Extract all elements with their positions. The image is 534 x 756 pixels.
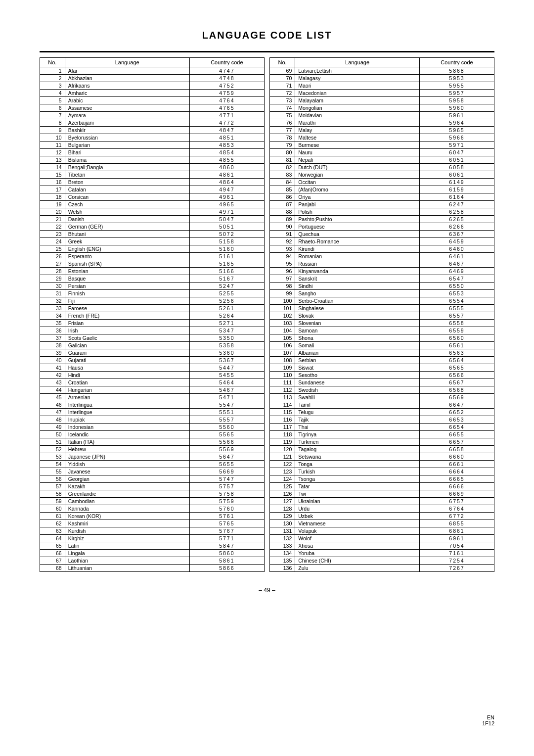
row-language: Quechua	[295, 231, 420, 238]
table-row: 98 Sindhi 6550	[270, 283, 494, 290]
row-language: Amharic	[65, 90, 189, 97]
row-code: 4965	[189, 201, 264, 208]
table-row: 81 Nepali 6051	[270, 156, 494, 164]
table-row: 21 Danish 5047	[40, 216, 265, 223]
row-code: 5256	[189, 297, 264, 305]
footer-code: EN1F12	[482, 714, 494, 726]
row-no: 64	[40, 535, 65, 542]
row-code: 5158	[189, 238, 264, 245]
table-row: 108 Serbian 6564	[270, 357, 494, 364]
row-code: 6569	[419, 394, 494, 401]
row-language: Maori	[295, 82, 420, 90]
row-language: Moldavian	[295, 112, 420, 119]
row-language: Corsican	[65, 193, 189, 201]
row-language: Maltese	[295, 134, 420, 142]
row-language: Greek	[65, 238, 189, 245]
row-language: Yoruba	[295, 550, 420, 557]
row-language: Occitan	[295, 179, 420, 186]
page-number: – 49 –	[40, 587, 494, 594]
row-language: Swedish	[295, 386, 420, 394]
table-row: 47 Interlingue 5551	[40, 409, 265, 416]
row-no: 74	[270, 104, 295, 112]
table-row: 69 Latvian;Lettish 5868	[270, 67, 494, 75]
row-no: 47	[40, 409, 65, 416]
table-row: 84 Occitan 6149	[270, 179, 494, 186]
table-row: 110 Sesotho 6566	[270, 372, 494, 379]
row-code: 5965	[419, 127, 494, 134]
row-no: 4	[40, 90, 65, 97]
row-no: 83	[270, 171, 295, 179]
row-code: 6555	[419, 305, 494, 312]
row-no: 73	[270, 97, 295, 104]
row-code: 6961	[419, 535, 494, 542]
row-no: 1	[40, 67, 65, 75]
row-code: 6669	[419, 490, 494, 498]
table-row: 76 Marathi 5964	[270, 119, 494, 127]
row-no: 35	[40, 320, 65, 327]
row-language: Greenlandic	[65, 490, 189, 498]
row-no: 22	[40, 223, 65, 231]
row-language: Nepali	[295, 156, 420, 164]
table-row: 136 Zulu 7267	[270, 565, 494, 572]
row-no: 120	[270, 446, 295, 453]
row-no: 13	[40, 156, 65, 164]
row-no: 33	[40, 305, 65, 312]
row-language: Arabic	[65, 97, 189, 104]
row-no: 45	[40, 394, 65, 401]
row-no: 97	[270, 275, 295, 283]
row-language: Kirundi	[295, 245, 420, 253]
table-row: 51 Italian (ITA) 5566	[40, 438, 265, 446]
row-language: Serbo-Croatian	[295, 297, 420, 305]
row-code: 5771	[189, 535, 264, 542]
row-no: 106	[270, 342, 295, 349]
table-row: 104 Samoan 6559	[270, 327, 494, 334]
row-no: 58	[40, 490, 65, 498]
row-no: 34	[40, 312, 65, 320]
row-language: Byelorussian	[65, 134, 189, 142]
row-code: 5960	[419, 104, 494, 112]
table-row: 135 Chinese (CHI) 7254	[270, 557, 494, 565]
row-language: Interlingua	[65, 401, 189, 409]
row-no: 110	[270, 372, 295, 379]
row-no: 55	[40, 468, 65, 475]
row-no: 11	[40, 142, 65, 149]
row-code: 6647	[419, 401, 494, 409]
table-row: 3 Afrikaans 4752	[40, 82, 265, 90]
row-code: 7267	[419, 565, 494, 572]
row-no: 92	[270, 238, 295, 245]
row-language: Singhalese	[295, 305, 420, 312]
row-code: 5966	[419, 134, 494, 142]
table-row: 113 Swahili 6569	[270, 394, 494, 401]
row-no: 43	[40, 379, 65, 386]
row-language: Vietnamese	[295, 520, 420, 527]
row-code: 6563	[419, 349, 494, 357]
row-language: Kirghiz	[65, 535, 189, 542]
row-code: 7161	[419, 550, 494, 557]
row-code: 5955	[419, 82, 494, 90]
row-code: 4851	[189, 134, 264, 142]
row-language: Bulgarian	[65, 142, 189, 149]
row-no: 77	[270, 127, 295, 134]
table-row: 75 Moldavian 5961	[270, 112, 494, 119]
row-code: 4765	[189, 104, 264, 112]
row-code: 5455	[189, 372, 264, 379]
row-code: 6547	[419, 275, 494, 283]
row-language: Estonian	[65, 268, 189, 275]
table-row: 62 Kashmiri 5765	[40, 520, 265, 527]
row-code: 7254	[419, 557, 494, 565]
table-row: 122 Tonga 6661	[270, 461, 494, 468]
row-language: Galician	[65, 342, 189, 349]
table-row: 53 Japanese (JPN) 5647	[40, 453, 265, 461]
table-row: 78 Maltese 5966	[270, 134, 494, 142]
row-language: Kashmiri	[65, 520, 189, 527]
row-no: 52	[40, 446, 65, 453]
row-code: 5866	[189, 565, 264, 572]
row-code: 5255	[189, 290, 264, 297]
row-code: 6661	[419, 461, 494, 468]
table-row: 94 Romanian 6461	[270, 253, 494, 260]
row-code: 5166	[189, 268, 264, 275]
row-language: Uzbek	[295, 513, 420, 520]
row-code: 6861	[419, 527, 494, 535]
row-language: Hebrew	[65, 446, 189, 453]
row-code: 5565	[189, 431, 264, 438]
